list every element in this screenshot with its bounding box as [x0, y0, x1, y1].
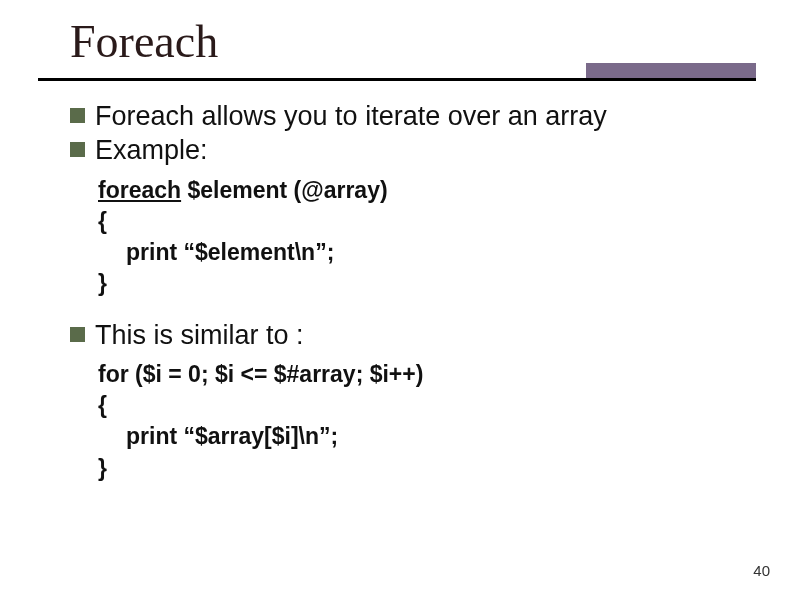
code-line: { [98, 390, 750, 421]
title-underline [38, 78, 756, 81]
bullet-icon [70, 108, 85, 123]
code-block-foreach: foreach $element (@array) { print “$elem… [98, 175, 750, 299]
bullet-text: Foreach allows you to iterate over an ar… [95, 100, 607, 132]
bullet-item: Example: [70, 134, 750, 166]
slide-content: Foreach allows you to iterate over an ar… [70, 100, 750, 504]
bullet-text: Example: [95, 134, 208, 166]
bullet-item: Foreach allows you to iterate over an ar… [70, 100, 750, 132]
bullet-icon [70, 327, 85, 342]
code-line: } [98, 268, 750, 299]
slide: Foreach Foreach allows you to iterate ov… [0, 0, 794, 595]
code-text: $element (@array) [181, 177, 388, 203]
keyword-foreach: foreach [98, 177, 181, 203]
accent-bar [586, 63, 756, 79]
bullet-item: This is similar to : [70, 319, 750, 351]
code-line: for ($i = 0; $i <= $#array; $i++) [98, 359, 750, 390]
slide-title: Foreach [70, 15, 218, 68]
code-line: } [98, 453, 750, 484]
slide-number: 40 [753, 562, 770, 579]
code-line: foreach $element (@array) [98, 175, 750, 206]
code-line: print “$element\n”; [98, 237, 750, 268]
bullet-text: This is similar to : [95, 319, 304, 351]
code-line: { [98, 206, 750, 237]
bullet-icon [70, 142, 85, 157]
code-line: print “$array[$i]\n”; [98, 421, 750, 452]
code-block-for: for ($i = 0; $i <= $#array; $i++) { prin… [98, 359, 750, 483]
